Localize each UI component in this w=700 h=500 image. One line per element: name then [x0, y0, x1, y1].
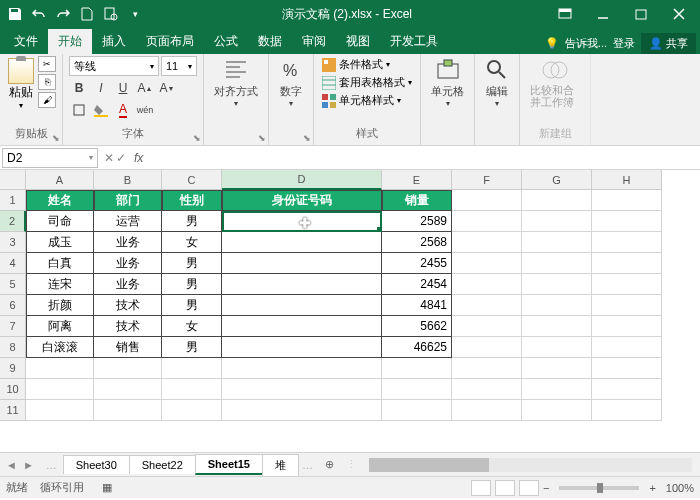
row-header-10[interactable]: 10: [0, 379, 26, 400]
cell[interactable]: [592, 274, 662, 295]
paste-button[interactable]: 粘贴 ▾: [6, 56, 36, 112]
row-header-2[interactable]: 2: [0, 211, 26, 232]
cell[interactable]: [26, 358, 94, 379]
name-box[interactable]: D2▾: [2, 148, 98, 168]
row-header-8[interactable]: 8: [0, 337, 26, 358]
tab-insert[interactable]: 插入: [92, 29, 136, 54]
align-launcher-icon[interactable]: ⬊: [258, 133, 266, 143]
accept-formula-icon[interactable]: ✓: [116, 151, 126, 165]
save-icon[interactable]: [4, 3, 26, 25]
sheet-more[interactable]: …: [298, 459, 317, 471]
col-header-a[interactable]: A: [26, 170, 94, 190]
font-name-combo[interactable]: 等线▾: [69, 56, 159, 76]
sheet-nav-next-icon[interactable]: ►: [23, 459, 34, 471]
redo-icon[interactable]: [52, 3, 74, 25]
cell-id[interactable]: [222, 232, 382, 253]
cell-gender[interactable]: 男: [162, 295, 222, 316]
horizontal-scrollbar[interactable]: [369, 458, 692, 472]
cell[interactable]: [592, 295, 662, 316]
decrease-font-icon[interactable]: A▼: [157, 78, 177, 98]
row-header-1[interactable]: 1: [0, 190, 26, 211]
header-dept[interactable]: 部门: [94, 190, 162, 211]
ribbon-options-icon[interactable]: [548, 3, 582, 25]
fx-icon[interactable]: fx: [130, 151, 147, 165]
cell-dept[interactable]: 业务: [94, 232, 162, 253]
tab-file[interactable]: 文件: [4, 29, 48, 54]
login-link[interactable]: 登录: [613, 36, 635, 51]
cell[interactable]: [162, 358, 222, 379]
sheet-tab-30[interactable]: Sheet30: [63, 455, 130, 474]
table-format-button[interactable]: 套用表格格式▾: [320, 74, 414, 91]
cell[interactable]: [26, 379, 94, 400]
row-header-9[interactable]: 9: [0, 358, 26, 379]
copy-icon[interactable]: ⎘: [38, 74, 56, 90]
cell[interactable]: [592, 358, 662, 379]
cell[interactable]: [452, 295, 522, 316]
cell[interactable]: [452, 232, 522, 253]
cell[interactable]: [592, 253, 662, 274]
fill-color-icon[interactable]: [91, 100, 111, 120]
cell[interactable]: [592, 232, 662, 253]
qat-dropdown-icon[interactable]: ▾: [124, 3, 146, 25]
cell[interactable]: [522, 358, 592, 379]
clipboard-launcher-icon[interactable]: ⬊: [52, 133, 60, 143]
cell[interactable]: [382, 400, 452, 421]
cell-id[interactable]: [222, 337, 382, 358]
tab-home[interactable]: 开始: [48, 29, 92, 54]
header-gender[interactable]: 性别: [162, 190, 222, 211]
cell[interactable]: [522, 274, 592, 295]
cell[interactable]: [452, 337, 522, 358]
increase-font-icon[interactable]: A▲: [135, 78, 155, 98]
tab-layout[interactable]: 页面布局: [136, 29, 204, 54]
cell-gender[interactable]: 男: [162, 274, 222, 295]
italic-button[interactable]: I: [91, 78, 111, 98]
conditional-format-button[interactable]: 条件格式▾: [320, 56, 414, 73]
cell-sales[interactable]: 2454: [382, 274, 452, 295]
cell[interactable]: [452, 190, 522, 211]
cell-name[interactable]: 白滚滚: [26, 337, 94, 358]
cell-id[interactable]: [222, 253, 382, 274]
row-header-11[interactable]: 11: [0, 400, 26, 421]
cell-id[interactable]: [222, 295, 382, 316]
maximize-icon[interactable]: [624, 3, 658, 25]
col-header-g[interactable]: G: [522, 170, 592, 190]
cell-name[interactable]: 成玉: [26, 232, 94, 253]
cancel-formula-icon[interactable]: ✕: [104, 151, 114, 165]
cell[interactable]: [94, 358, 162, 379]
font-color-icon[interactable]: A: [113, 100, 133, 120]
scrollbar-thumb[interactable]: [369, 458, 489, 472]
cell[interactable]: [522, 295, 592, 316]
cell[interactable]: [452, 400, 522, 421]
cell-gender[interactable]: 女: [162, 232, 222, 253]
cell-name[interactable]: 白真: [26, 253, 94, 274]
cut-icon[interactable]: ✂: [38, 56, 56, 72]
col-header-h[interactable]: H: [592, 170, 662, 190]
number-button[interactable]: % 数字▾: [275, 56, 307, 110]
row-header-6[interactable]: 6: [0, 295, 26, 316]
cell[interactable]: [222, 400, 382, 421]
cell-sales[interactable]: 2455: [382, 253, 452, 274]
col-header-d[interactable]: D: [222, 170, 382, 190]
header-name[interactable]: 姓名: [26, 190, 94, 211]
editing-button[interactable]: 编辑▾: [481, 56, 513, 110]
font-size-combo[interactable]: 11▾: [161, 56, 197, 76]
new-file-icon[interactable]: [76, 3, 98, 25]
cell[interactable]: [592, 211, 662, 232]
cell-dept[interactable]: 业务: [94, 253, 162, 274]
view-normal-icon[interactable]: [471, 480, 491, 496]
zoom-in-icon[interactable]: +: [649, 482, 655, 494]
cell[interactable]: [522, 253, 592, 274]
header-sales[interactable]: 销量: [382, 190, 452, 211]
cell-gender[interactable]: 女: [162, 316, 222, 337]
fill-handle[interactable]: [377, 227, 382, 232]
cell-gender[interactable]: 男: [162, 253, 222, 274]
tab-data[interactable]: 数据: [248, 29, 292, 54]
cell-gender[interactable]: 男: [162, 337, 222, 358]
sheet-tab-extra[interactable]: 堆: [262, 454, 299, 476]
cell[interactable]: [592, 400, 662, 421]
macro-record-icon[interactable]: ▦: [96, 481, 118, 494]
row-header-3[interactable]: 3: [0, 232, 26, 253]
tell-me[interactable]: 告诉我...: [565, 36, 607, 51]
row-header-5[interactable]: 5: [0, 274, 26, 295]
cell[interactable]: [522, 400, 592, 421]
